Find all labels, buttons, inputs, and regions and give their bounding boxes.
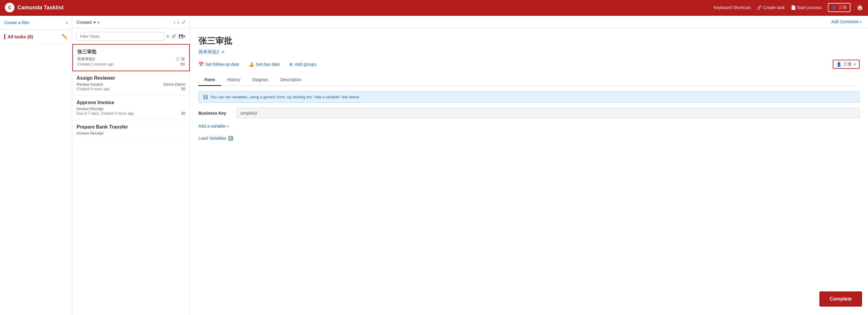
tab-diagram[interactable]: Diagram: [246, 74, 275, 86]
task-item-1[interactable]: 张三审批 简单审批2 三 张 Created 2 minutes ago 50: [72, 44, 190, 71]
expand-icon[interactable]: ⤢: [182, 19, 185, 25]
task-list-panel: Created ▾ + ‹ › ⤢ 8 🔗 💾▾ 张三审批 简单审批2: [72, 16, 190, 315]
task-title-1: 张三审批: [77, 49, 185, 55]
detail-actions: 📅 Set follow-up date 🔔 Set due date ⊞ Ad…: [198, 60, 860, 69]
sidebar-collapse-btn[interactable]: ‹: [66, 19, 68, 26]
logo-circle: C: [5, 3, 14, 12]
task-row-1a: 简单审批2 三 张: [77, 56, 185, 62]
add-sort-btn[interactable]: +: [97, 20, 100, 25]
app-logo: C Camunda Tasklist: [5, 3, 714, 12]
task-item-4[interactable]: Prepare Bank Transfer Invoice Receipt: [72, 120, 190, 140]
detail-process[interactable]: 简单审批2 ↗: [198, 49, 860, 55]
filter-count: 8: [167, 34, 169, 39]
app-name: Camunda Tasklist: [18, 4, 64, 11]
calendar-icon: 📅: [198, 62, 204, 67]
filter-icons: 8 🔗 💾▾: [167, 34, 185, 39]
detail-tabs: Form History Diagram Description: [198, 74, 860, 86]
all-tasks-item[interactable]: All tasks (8) ✏️: [0, 30, 72, 44]
assignee-name: 三张: [843, 62, 852, 67]
task-item-3[interactable]: Approve Invoice Invoice Receipt Due in 7…: [72, 96, 190, 120]
detail-process-name: 简单审批2: [198, 49, 219, 55]
tab-form[interactable]: Form: [198, 74, 221, 86]
task-title-4: Prepare Bank Transfer: [76, 124, 185, 130]
tab-description[interactable]: Description: [274, 74, 307, 86]
detail-header: Add Comment +: [190, 16, 868, 28]
link-icon: 🔗: [171, 34, 176, 39]
task-priority-1: 50: [181, 62, 185, 66]
home-icon[interactable]: 🏠: [857, 4, 863, 11]
task-meta-1: Created 2 minutes ago: [77, 62, 114, 66]
task-list-header: Created ▾ + ‹ › ⤢: [72, 16, 190, 29]
business-key-row: Business Key: [198, 108, 860, 118]
form-info-text: You can set variables, using a generic f…: [210, 95, 360, 99]
sidebar-header: Create a filter ‹: [0, 16, 72, 30]
detail-content: 张三审批 简单审批2 ↗ 📅 Set follow-up date 🔔 Set …: [190, 28, 868, 315]
info-icon: ℹ️: [203, 95, 208, 99]
filter-input[interactable]: [76, 32, 164, 41]
edit-icon[interactable]: ✏️: [62, 34, 68, 39]
business-key-label: Business Key: [198, 111, 231, 116]
due-date-link[interactable]: 🔔 Set due date: [249, 62, 280, 67]
create-task-link[interactable]: 🔗 Create task: [757, 5, 784, 10]
paperclip-icon: 🔗: [757, 5, 762, 10]
task-subtitle-2: Review Invoice: [76, 82, 103, 87]
top-nav-actions: Keyboard Shortcuts 🔗 Create task 📄 Start…: [714, 3, 863, 12]
task-row-3b: Due in 7 days, Created 4 hours ago 50: [76, 111, 185, 116]
remove-assignee-btn[interactable]: ×: [854, 62, 856, 67]
chevron-down-icon[interactable]: ▾: [93, 20, 96, 25]
add-comment-btn[interactable]: Add Comment +: [831, 19, 862, 24]
all-tasks-label-group: All tasks (8): [4, 34, 33, 39]
follow-up-date-link[interactable]: 📅 Set follow-up date: [198, 62, 239, 67]
sort-controls: Created ▾ +: [76, 20, 100, 25]
task-title-3: Approve Invoice: [76, 100, 185, 105]
task-assignee-2: Demo Demo: [163, 82, 185, 87]
detail-panel: Add Comment + 张三审批 简单审批2 ↗ 📅 Set follow-…: [190, 16, 868, 315]
assignee-user-icon: 👤: [836, 62, 841, 67]
start-process-link[interactable]: 📄 Start process: [791, 5, 822, 10]
task-row-4a: Invoice Receipt: [76, 131, 185, 136]
document-icon: 📄: [791, 5, 796, 10]
assignee-tag[interactable]: 👤 三张 ×: [833, 60, 860, 69]
next-arrow[interactable]: ›: [178, 20, 179, 25]
business-key-input[interactable]: [237, 108, 860, 118]
all-tasks-label: All tasks (8): [7, 34, 33, 39]
task-row-2b: Created 4 hours ago 50: [76, 87, 185, 91]
save-filter-icon[interactable]: 💾▾: [179, 34, 185, 39]
filter-bar: 8 🔗 💾▾: [72, 29, 190, 44]
detail-title: 张三审批: [198, 35, 860, 47]
groups-icon: ⊞: [289, 62, 293, 67]
task-subtitle-4: Invoice Receipt: [76, 131, 103, 136]
keyboard-shortcuts-link[interactable]: Keyboard Shortcuts: [714, 5, 751, 10]
task-meta-2: Created 4 hours ago: [76, 87, 110, 91]
form-info-banner: ℹ️ You can set variables, using a generi…: [198, 91, 860, 103]
task-row-3a: Invoice Receipt: [76, 107, 185, 111]
top-nav: C Camunda Tasklist Keyboard Shortcuts 🔗 …: [0, 0, 868, 16]
create-filter-label: Create a filter: [4, 20, 30, 25]
task-priority-3: 50: [181, 111, 185, 116]
prev-arrow[interactable]: ‹: [174, 20, 175, 25]
tab-history[interactable]: History: [221, 74, 246, 86]
user-name: 三张: [838, 5, 847, 10]
add-variable-link[interactable]: Add a variable +: [198, 124, 229, 128]
sort-label: Created: [76, 20, 92, 25]
task-subtitle-1: 简单审批2: [77, 56, 95, 62]
task-title-2: Assign Reviewer: [76, 76, 185, 81]
bell-icon: 🔔: [249, 62, 254, 67]
user-icon: 👤: [832, 5, 837, 10]
task-assignee-1: 三 张: [176, 56, 185, 62]
sidebar: Create a filter ‹ All tasks (8) ✏️: [0, 16, 72, 315]
task-priority-2: 50: [181, 87, 185, 91]
task-subtitle-3: Invoice Receipt: [76, 107, 103, 111]
create-filter-btn[interactable]: Create a filter: [4, 20, 30, 25]
task-list-nav: ‹ › ⤢: [174, 19, 185, 25]
user-badge[interactable]: 👤 三张: [828, 3, 850, 12]
add-groups-link[interactable]: ⊞ Add groups: [289, 62, 316, 67]
main-layout: Create a filter ‹ All tasks (8) ✏️ Creat…: [0, 16, 868, 315]
load-variables-icon: ℹ️: [228, 136, 233, 141]
task-meta-3: Due in 7 days, Created 4 hours ago: [76, 111, 134, 116]
load-variables-link[interactable]: Load Variables ℹ️: [198, 136, 233, 141]
task-row-1b: Created 2 minutes ago 50: [77, 62, 185, 66]
complete-button[interactable]: Complete: [819, 291, 862, 307]
external-link-icon: ↗: [221, 50, 225, 55]
task-item-2[interactable]: Assign Reviewer Review Invoice Demo Demo…: [72, 71, 190, 96]
